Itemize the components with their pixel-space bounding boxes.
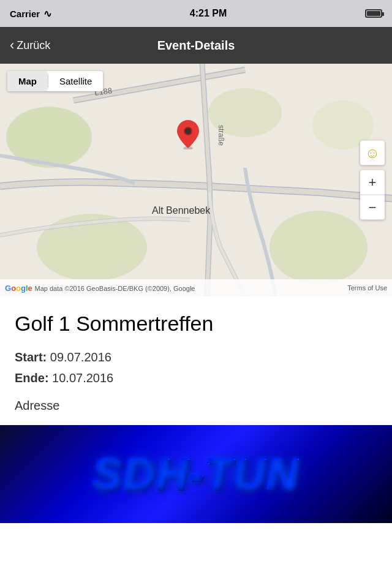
nav-title: Event-Details [157, 39, 235, 53]
map-svg: L188 straße Alt Bennebek [0, 64, 392, 296]
terms-of-use-link[interactable]: Terms of Use [347, 284, 387, 292]
map-zoom-controls: + − [360, 170, 385, 220]
map-container[interactable]: L188 straße Alt Bennebek Map Satellite ☺… [0, 64, 392, 296]
event-title: Golf 1 Sommertreffen [15, 311, 377, 336]
zoom-out-button[interactable]: − [360, 195, 385, 220]
map-attribution-left: Google Map data ©2016 GeoBasis-DE/BKG (©… [5, 284, 195, 293]
map-marker [177, 120, 199, 152]
map-btn-satellite[interactable]: Satellite [48, 71, 103, 91]
google-logo: Google [5, 284, 34, 293]
event-banner: SDH-TUN [0, 425, 392, 523]
nav-bar: ‹ Zurück Event-Details [0, 27, 392, 64]
status-bar: Carrier ∿ 4:21 PM [0, 0, 392, 27]
event-end-row: Ende: 10.07.2016 [15, 369, 377, 386]
back-chevron-icon: ‹ [10, 39, 14, 52]
event-dates: Start: 09.07.2016 Ende: 10.07.2016 [15, 349, 377, 386]
map-controls: ☺ + − [360, 141, 385, 220]
zoom-in-button[interactable]: + [360, 170, 385, 195]
back-button[interactable]: ‹ Zurück [10, 39, 50, 52]
event-content: Golf 1 Sommertreffen Start: 09.07.2016 E… [0, 296, 392, 425]
svg-point-12 [185, 128, 191, 134]
event-start-label: Start: [15, 350, 47, 364]
event-address-label: Adresse [15, 399, 377, 413]
map-type-toggle[interactable]: Map Satellite [7, 71, 103, 91]
map-attribution-text: Map data ©2016 GeoBasis-DE/BKG (©2009), … [34, 285, 195, 292]
map-attribution: Google Map data ©2016 GeoBasis-DE/BKG (©… [0, 279, 392, 296]
event-start-row: Start: 09.07.2016 [15, 349, 377, 366]
svg-text:straße: straße [217, 125, 225, 146]
status-carrier: Carrier ∿ [10, 8, 51, 20]
carrier-text: Carrier [10, 9, 40, 19]
banner-text: SDH-TUN [92, 449, 300, 499]
wifi-icon: ∿ [43, 8, 51, 20]
back-label: Zurück [17, 39, 50, 52]
status-time: 4:21 PM [190, 8, 227, 19]
street-view-button[interactable]: ☺ [360, 141, 385, 165]
map-btn-map[interactable]: Map [7, 71, 48, 91]
status-right [365, 9, 382, 18]
svg-point-1 [270, 211, 368, 284]
svg-text:Alt Bennebek: Alt Bennebek [152, 205, 211, 216]
battery-icon [365, 9, 382, 18]
event-end-label: Ende: [15, 371, 49, 385]
person-icon: ☺ [365, 145, 380, 162]
